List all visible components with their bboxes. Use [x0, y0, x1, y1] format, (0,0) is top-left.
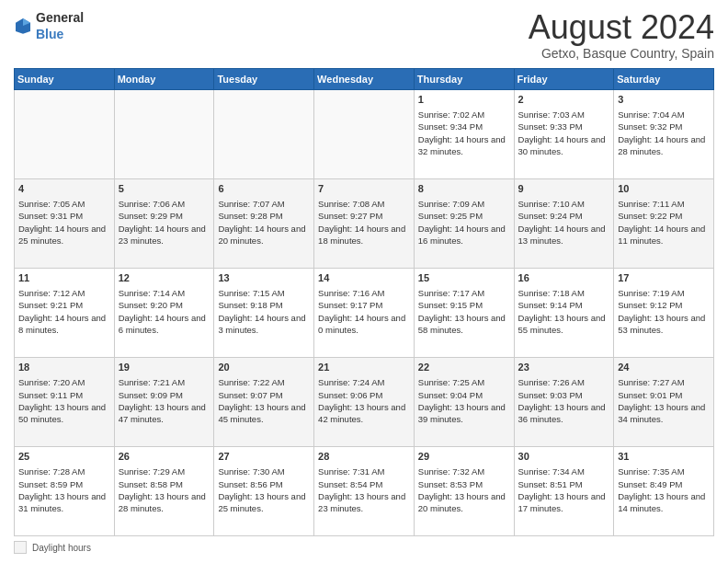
- calendar-week-1: 1Sunrise: 7:02 AMSunset: 9:34 PMDaylight…: [15, 89, 714, 178]
- cell-content: Daylight: 14 hours and 13 minutes.: [518, 223, 610, 247]
- cell-content: Sunset: 9:21 PM: [18, 299, 110, 311]
- cell-content: Daylight: 14 hours and 25 minutes.: [18, 223, 110, 247]
- cell-content: Sunrise: 7:27 AM: [618, 376, 710, 388]
- calendar-cell-2-2: 5Sunrise: 7:06 AMSunset: 9:29 PMDaylight…: [114, 178, 214, 268]
- cell-content: Sunset: 9:06 PM: [318, 389, 410, 401]
- cell-content: Daylight: 14 hours and 16 minutes.: [418, 223, 510, 247]
- cell-content: Sunset: 8:49 PM: [618, 478, 710, 490]
- cell-content: Daylight: 13 hours and 31 minutes.: [18, 490, 110, 515]
- cell-content: Sunset: 9:11 PM: [18, 389, 110, 401]
- day-number: 21: [318, 361, 410, 374]
- cell-content: Daylight: 13 hours and 36 minutes.: [518, 401, 610, 426]
- calendar-cell-4-1: 18Sunrise: 7:20 AMSunset: 9:11 PMDayligh…: [15, 357, 115, 446]
- cell-content: Sunrise: 7:20 AM: [18, 376, 110, 388]
- day-number: 29: [418, 450, 510, 464]
- cell-content: Sunrise: 7:09 AM: [418, 198, 510, 210]
- calendar-header-row: SundayMondayTuesdayWednesdayThursdayFrid…: [15, 68, 714, 89]
- cell-content: Sunrise: 7:15 AM: [218, 287, 310, 299]
- calendar-header-monday: Monday: [114, 68, 214, 89]
- calendar-cell-3-3: 13Sunrise: 7:15 AMSunset: 9:18 PMDayligh…: [214, 268, 314, 357]
- day-number: 15: [418, 271, 510, 285]
- calendar-cell-4-4: 21Sunrise: 7:24 AMSunset: 9:06 PMDayligh…: [314, 357, 415, 446]
- calendar-cell-1-7: 3Sunrise: 7:04 AMSunset: 9:32 PMDaylight…: [614, 89, 714, 178]
- cell-content: Sunrise: 7:05 AM: [18, 198, 110, 210]
- calendar-cell-3-1: 11Sunrise: 7:12 AMSunset: 9:21 PMDayligh…: [15, 268, 115, 357]
- day-number: 24: [618, 361, 710, 374]
- footer: Daylight hours: [14, 541, 714, 554]
- cell-content: Sunset: 9:03 PM: [518, 389, 610, 401]
- cell-content: Sunrise: 7:35 AM: [618, 465, 710, 477]
- day-number: 20: [218, 361, 310, 374]
- cell-content: Sunset: 9:12 PM: [618, 299, 710, 311]
- cell-content: Daylight: 13 hours and 39 minutes.: [418, 401, 510, 426]
- day-number: 23: [518, 361, 610, 374]
- cell-content: Sunset: 9:01 PM: [618, 389, 710, 401]
- header: General Blue August 2024 Getxo, Basque C…: [14, 9, 714, 61]
- cell-content: Sunset: 9:27 PM: [318, 210, 410, 222]
- calendar-cell-2-4: 7Sunrise: 7:08 AMSunset: 9:27 PMDaylight…: [314, 178, 415, 268]
- day-number: 22: [418, 361, 510, 374]
- cell-content: Sunrise: 7:30 AM: [218, 465, 310, 477]
- day-number: 6: [218, 182, 310, 196]
- cell-content: Sunset: 9:09 PM: [119, 389, 210, 401]
- cell-content: Sunrise: 7:28 AM: [18, 465, 110, 477]
- calendar-header-saturday: Saturday: [614, 68, 714, 89]
- cell-content: Sunrise: 7:17 AM: [418, 287, 510, 299]
- calendar-table: SundayMondayTuesdayWednesdayThursdayFrid…: [14, 68, 714, 536]
- calendar-cell-5-3: 27Sunrise: 7:30 AMSunset: 8:56 PMDayligh…: [214, 446, 314, 535]
- cell-content: Daylight: 13 hours and 42 minutes.: [318, 401, 410, 426]
- cell-content: Sunrise: 7:31 AM: [318, 465, 410, 477]
- cell-content: Sunrise: 7:24 AM: [318, 376, 410, 388]
- cell-content: Sunset: 8:58 PM: [119, 478, 210, 490]
- calendar-week-4: 18Sunrise: 7:20 AMSunset: 9:11 PMDayligh…: [15, 357, 714, 446]
- cell-content: Sunset: 8:59 PM: [18, 478, 110, 490]
- cell-content: Sunset: 9:20 PM: [119, 299, 210, 311]
- cell-content: Sunrise: 7:07 AM: [218, 198, 310, 210]
- day-number: 18: [18, 361, 110, 374]
- cell-content: Sunrise: 7:25 AM: [418, 376, 510, 388]
- day-number: 3: [618, 93, 710, 107]
- cell-content: Daylight: 13 hours and 20 minutes.: [418, 490, 510, 515]
- cell-content: Daylight: 14 hours and 6 minutes.: [119, 312, 210, 337]
- cell-content: Daylight: 14 hours and 11 minutes.: [618, 223, 710, 247]
- cell-content: Sunset: 9:18 PM: [218, 299, 310, 311]
- calendar-cell-2-5: 8Sunrise: 7:09 AMSunset: 9:25 PMDaylight…: [414, 178, 514, 268]
- cell-content: Daylight: 14 hours and 18 minutes.: [318, 223, 410, 247]
- day-number: 10: [618, 182, 710, 196]
- logo-general: General: [36, 10, 84, 25]
- day-number: 16: [518, 271, 610, 285]
- cell-content: Sunset: 8:54 PM: [318, 478, 410, 490]
- cell-content: Sunrise: 7:32 AM: [418, 465, 510, 477]
- calendar-cell-3-4: 14Sunrise: 7:16 AMSunset: 9:17 PMDayligh…: [314, 268, 415, 357]
- cell-content: Sunset: 9:31 PM: [18, 210, 110, 222]
- title-block: August 2024 Getxo, Basque Country, Spain: [529, 9, 714, 61]
- cell-content: Sunrise: 7:14 AM: [119, 287, 210, 299]
- calendar-cell-1-4: [314, 89, 415, 178]
- cell-content: Daylight: 13 hours and 14 minutes.: [618, 490, 710, 515]
- cell-content: Daylight: 13 hours and 23 minutes.: [318, 490, 410, 515]
- calendar-week-5: 25Sunrise: 7:28 AMSunset: 8:59 PMDayligh…: [15, 446, 714, 535]
- cell-content: Daylight: 13 hours and 55 minutes.: [518, 312, 610, 337]
- cell-content: Daylight: 13 hours and 28 minutes.: [119, 490, 210, 515]
- cell-content: Sunset: 9:33 PM: [518, 121, 610, 132]
- calendar-cell-5-6: 30Sunrise: 7:34 AMSunset: 8:51 PMDayligh…: [514, 446, 614, 535]
- calendar-week-2: 4Sunrise: 7:05 AMSunset: 9:31 PMDaylight…: [15, 178, 714, 268]
- footer-box: [14, 541, 27, 554]
- day-number: 7: [318, 182, 410, 196]
- day-number: 19: [119, 361, 210, 374]
- cell-content: Sunset: 9:15 PM: [418, 299, 510, 311]
- cell-content: Sunset: 9:24 PM: [518, 210, 610, 222]
- cell-content: Daylight: 13 hours and 50 minutes.: [18, 401, 110, 426]
- calendar-cell-5-1: 25Sunrise: 7:28 AMSunset: 8:59 PMDayligh…: [15, 446, 115, 535]
- calendar-header-friday: Friday: [514, 68, 614, 89]
- day-number: 5: [119, 182, 210, 196]
- logo: General Blue: [14, 9, 84, 42]
- day-number: 27: [218, 450, 310, 464]
- cell-content: Daylight: 13 hours and 53 minutes.: [618, 312, 710, 337]
- cell-content: Sunset: 8:53 PM: [418, 478, 510, 490]
- calendar-cell-2-7: 10Sunrise: 7:11 AMSunset: 9:22 PMDayligh…: [614, 178, 714, 268]
- calendar-cell-5-5: 29Sunrise: 7:32 AMSunset: 8:53 PMDayligh…: [414, 446, 514, 535]
- calendar-cell-1-6: 2Sunrise: 7:03 AMSunset: 9:33 PMDaylight…: [514, 89, 614, 178]
- cell-content: Sunset: 9:07 PM: [218, 389, 310, 401]
- cell-content: Sunrise: 7:19 AM: [618, 287, 710, 299]
